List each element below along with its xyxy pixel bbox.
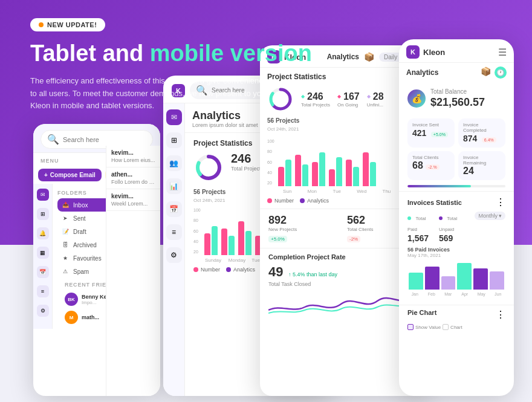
clients-val-68: 68 [412, 160, 423, 170]
show-chart-checkbox[interactable] [443, 324, 449, 330]
progress-fill [407, 185, 471, 187]
tablet-nav-chart[interactable]: 📊 [166, 178, 182, 194]
pie-dots-icon[interactable]: ⋮ [496, 309, 505, 320]
pie-title: Pie Chart [407, 309, 436, 320]
star-icon: ★ [61, 254, 70, 262]
mail-item-3[interactable]: kevim... Weekl Lorem... [106, 189, 160, 211]
bar-pink-0 [204, 233, 210, 255]
num-change-562: -2% [347, 236, 360, 242]
friend-avatar-math: M [65, 311, 78, 324]
mail-from-3: kevim... [111, 193, 155, 199]
num-change-892: +5.0% [268, 236, 287, 242]
total-unpaid-item: Total Unpaid 569 [439, 212, 468, 243]
chart-label-mobile: Chart [450, 325, 462, 330]
hamburger-icon[interactable]: ☰ [498, 47, 507, 58]
plus-icon: + [44, 172, 48, 178]
mail-search-input[interactable] [63, 136, 146, 143]
legend-number-label: Number [201, 267, 220, 273]
tablet-nav-users[interactable]: 👥 [166, 155, 182, 171]
legend-analytics: Analytics [226, 267, 255, 273]
bar-group-0 [204, 226, 218, 255]
chart-label-may: May [474, 292, 489, 296]
stat-unfinished: ◆ 28 Unfini... [367, 91, 384, 108]
compose-email-button[interactable]: + Compose Email [38, 169, 102, 181]
title-colored: mobile version [150, 41, 312, 66]
tablet-nav-cal[interactable]: 📅 [166, 201, 182, 217]
analytics-subtitle: Lorem ipsum dolor sit amet [192, 122, 258, 128]
bar-lg-cyan-1 [302, 164, 308, 186]
mail-from-1: kevim... [111, 149, 155, 156]
wave-chart [268, 292, 421, 316]
total-paid-item: Total Paid 1,567 [407, 212, 432, 243]
sent-icon: ➤ [61, 214, 70, 222]
invoice-sent-box: Invoice Sent 421 +5.0% [407, 118, 455, 148]
draft-icon: 📝 [61, 227, 70, 236]
y-axis-labels-lg: 100 80 60 40 20 [267, 138, 274, 186]
pie-title-row: Pie Chart ⋮ [407, 309, 505, 320]
completion-val-row: 49 ↑ 5.4% than last day [268, 264, 421, 280]
invoice-completed-title: Invoice Completed [463, 122, 501, 133]
bar-lg-pink-4 [346, 160, 352, 186]
stats-numbers-lg: ◆ 246 Total Projects ◆ 167 On Going [301, 91, 384, 108]
nav-cal-icon[interactable]: 📅 [37, 266, 49, 278]
legend-analytics-lg: Analytics [300, 198, 329, 204]
nav-bell-icon[interactable]: 🔔 [37, 227, 49, 239]
paid-val: 1,567 [407, 233, 432, 243]
title-plain: Tablet and [30, 41, 143, 66]
unpaid-val: 569 [439, 233, 468, 243]
chart-label-lg-tue: Tue [326, 189, 348, 194]
stat-label-unfin: Unfini... [367, 102, 384, 108]
chart-label-lg-mon: Mon [302, 189, 323, 194]
subtitle: The efficiency and effectiveness of this… [30, 75, 272, 112]
folder-sent-label: Sent [73, 215, 86, 222]
legend-dot-analytics [226, 267, 231, 272]
nav-grid2-icon[interactable]: ▦ [37, 247, 49, 259]
num-val-892: 892 [268, 214, 342, 227]
folder-inbox-label: Inbox [73, 202, 88, 209]
chart-date-lg: Oct 24th, 2021 [267, 126, 299, 132]
mobile-bar-apr [457, 263, 472, 290]
mobile-clock-icon[interactable]: 🕐 [495, 66, 507, 79]
chart-label-feb: Feb [424, 292, 440, 296]
mail-preview-3: Weekl Lorem... [111, 201, 155, 207]
nav-mail-icon[interactable]: ✉ [37, 189, 49, 201]
legend-dot-analytics-lg [300, 198, 305, 203]
bar-grp-lg-5 [363, 152, 376, 186]
nav-settings-icon[interactable]: ⚙ [37, 305, 49, 317]
inv-remaining-title: Invoice Remaining [463, 155, 501, 166]
tablet-nav-list[interactable]: ≡ [166, 224, 182, 240]
mail-item-1[interactable]: kevim... How Lorem eius... [106, 146, 160, 167]
mail-navigation: ✉ ⊞ 🔔 ▦ 📅 ≡ ⚙ [33, 184, 53, 329]
bar-grp-lg-1 [295, 155, 308, 186]
invoice-completed-val: 874 [463, 134, 477, 143]
analytics-label-lg: Analytics [327, 53, 359, 61]
dots-icon[interactable]: ⋮ [496, 196, 505, 208]
tablet-nav-settings[interactable]: ⚙ [166, 247, 182, 263]
chart-date-mid: Oct 24th, 2021 [193, 198, 225, 203]
mobile-bar-feb [425, 267, 440, 290]
inv-stat-title: Invoices Statistic [407, 199, 462, 206]
invoice-completed-val-row: 874 6.4% [463, 133, 501, 144]
legend-dot-number [193, 267, 198, 272]
mobile-bar-mar [441, 276, 456, 290]
friend-avatar-benny: BK [65, 293, 78, 306]
chart-label-jan: Jan [407, 292, 423, 296]
stat-val-28: 28 [373, 91, 384, 102]
chart-label-sun: Sunday [203, 258, 224, 263]
mobile-gift-icon[interactable]: 📦 [481, 66, 491, 79]
mail-from-2: athen... [111, 171, 155, 178]
monthly-dropdown[interactable]: Monthly ▾ [475, 212, 505, 243]
bar-grp-lg-3 [329, 157, 342, 186]
legend-number-lg: Number [267, 198, 294, 204]
show-value[interactable]: Show Value Chart [407, 324, 505, 330]
completion-title: Completion Project Rate [268, 253, 421, 261]
gift-icon-lg[interactable]: 📦 [364, 52, 374, 62]
bar-cyan-2 [245, 231, 251, 255]
bar-grp-lg-2 [312, 152, 325, 186]
nav-grid-icon[interactable]: ⊞ [37, 208, 49, 220]
nav-list-icon[interactable]: ≡ [37, 285, 49, 297]
show-value-checkbox[interactable] [407, 324, 414, 330]
archive-icon: 🗄 [61, 241, 70, 249]
tablet-nav-grid[interactable]: ⊞ [166, 132, 182, 148]
mail-item-2[interactable]: athen... Follo Lorem do el... [106, 167, 160, 189]
